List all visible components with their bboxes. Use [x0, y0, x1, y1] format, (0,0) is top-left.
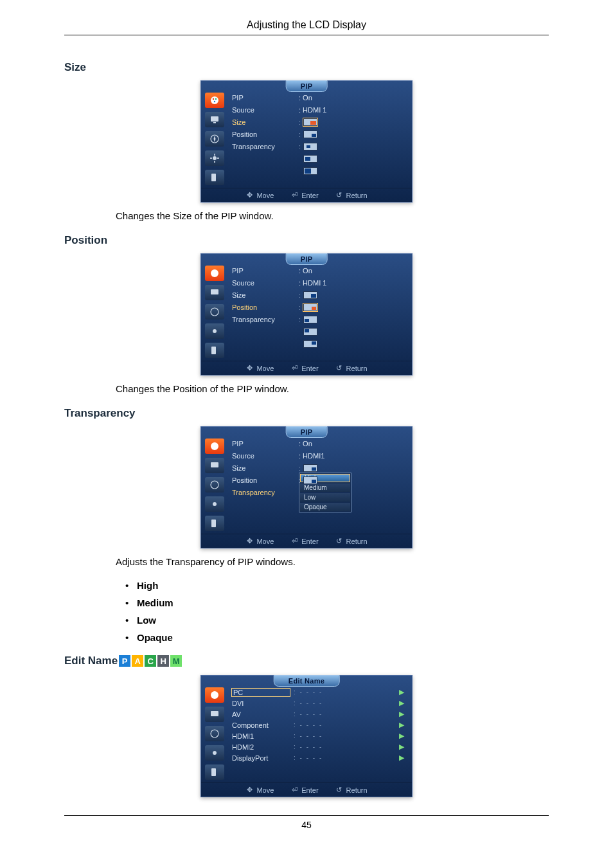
osd-row-value: : HDMI1 — [299, 451, 405, 460]
editname-row: PC: - - - -▶ — [232, 687, 404, 697]
osd-row-label: PIP — [232, 439, 296, 448]
osd-row-label: Position — [232, 129, 296, 139]
badge-h: H — [157, 655, 169, 667]
osd-row-value: : On — [299, 93, 405, 102]
osd-row-label: Size — [232, 117, 296, 127]
side-icon-palette — [205, 93, 224, 108]
pos-swatch-2 — [303, 316, 317, 323]
size-swatch-1 — [303, 118, 317, 126]
editname-row: HDMI1: - - - -▶ — [232, 731, 404, 741]
svg-rect-5 — [213, 122, 216, 123]
chevron-right-icon: ▶ — [399, 721, 404, 729]
pos-swatch-4 — [303, 340, 317, 348]
side-icon-tv — [205, 707, 224, 722]
svg-rect-19 — [211, 462, 218, 467]
page-header: Adjusting the LCD Display — [64, 19, 549, 35]
svg-rect-27 — [211, 768, 216, 776]
pos-swatch-1 — [303, 303, 317, 311]
svg-rect-22 — [211, 520, 216, 527]
osd-foot-move: ✥Move — [245, 192, 274, 199]
osd-position: PIP PIP Source Size Position Transparenc — [200, 253, 413, 375]
osd-title: PIP — [286, 426, 328, 438]
page-number: 45 — [64, 815, 549, 830]
side-icon-compass — [205, 131, 224, 147]
editname-row: AV: - - - -▶ — [232, 709, 404, 719]
side-icon-info — [205, 516, 224, 531]
osd-foot-enter: ⏎Enter — [290, 192, 318, 199]
editname-row: HDMI2: - - - -▶ — [232, 742, 404, 752]
osd-foot-enter: ⏎Enter — [290, 538, 318, 545]
size-body: Changes the Size of the PIP window. — [116, 210, 549, 221]
osd-title: PIP — [286, 80, 328, 92]
position-body: Changes the Position of the PIP window. — [116, 383, 549, 394]
osd-row-label: Size — [232, 463, 296, 473]
section-transparency-heading: Transparency — [64, 407, 549, 420]
size-swatch-2 — [303, 131, 317, 138]
svg-point-1 — [213, 98, 214, 100]
osd-row-label: Transparency — [232, 141, 296, 151]
editname-row: DisplayPort: - - - -▶ — [232, 753, 404, 763]
svg-point-7 — [213, 156, 217, 160]
list-item: •Low — [125, 615, 549, 626]
tray-item: Low — [300, 493, 350, 502]
pos-swatch — [303, 476, 317, 484]
side-icon-tv — [205, 112, 224, 127]
osd-row-value: : On — [299, 439, 405, 448]
size-swatch-4 — [303, 155, 317, 163]
svg-rect-4 — [211, 116, 218, 122]
badge-p: P — [119, 655, 130, 667]
section-position-heading: Position — [64, 234, 549, 247]
list-item: •High — [125, 580, 549, 591]
side-icon-palette — [205, 439, 224, 454]
side-icon-gear — [205, 496, 224, 512]
osd-row-label: Size — [232, 290, 296, 300]
osd-transparency: PIP PIP Source Size Position Transparenc — [200, 426, 413, 548]
size-swatch — [303, 291, 317, 299]
badge-c: C — [145, 655, 156, 667]
size-swatch-5 — [303, 167, 317, 175]
chevron-right-icon: ▶ — [399, 688, 404, 696]
osd-row-label: Source — [232, 278, 296, 287]
badge-a: A — [132, 655, 143, 667]
osd-row-label: Position — [232, 475, 296, 485]
tray-item: Opaque — [300, 503, 350, 511]
osd-foot-move: ✥Move — [245, 538, 274, 545]
svg-rect-24 — [211, 711, 218, 716]
svg-point-23 — [211, 691, 218, 699]
svg-point-3 — [214, 101, 215, 102]
editname-row: DVI: - - - -▶ — [232, 698, 404, 708]
section-size-heading: Size — [64, 61, 549, 74]
chevron-right-icon: ▶ — [399, 732, 404, 740]
svg-point-21 — [213, 502, 217, 506]
side-icon-gear — [205, 323, 224, 339]
osd-size: PIP PIP Source Size Position Transparenc — [200, 80, 413, 203]
side-icon-tv — [205, 285, 224, 300]
side-icon-compass — [205, 477, 224, 493]
svg-point-0 — [211, 96, 218, 104]
svg-point-16 — [213, 329, 217, 333]
side-icon-info — [205, 764, 224, 780]
osd-row-label: Position — [232, 302, 296, 312]
osd-editname: Edit Name PC: - - - -▶ DVI: - - - -▶ AV:… — [200, 675, 413, 797]
svg-point-13 — [211, 269, 218, 277]
osd-title: PIP — [286, 253, 328, 265]
tray-item: Medium — [300, 484, 350, 492]
badge-m: M — [170, 655, 182, 667]
size-swatch — [303, 464, 317, 472]
osd-foot-return: ↺Return — [335, 538, 368, 545]
svg-point-20 — [211, 481, 218, 489]
chevron-right-icon: ▶ — [399, 743, 404, 751]
osd-foot-enter: ⏎Enter — [290, 786, 318, 794]
osd-foot-move: ✥Move — [245, 365, 274, 372]
side-icon-gear — [205, 745, 224, 761]
osd-foot-return: ↺Return — [335, 786, 368, 794]
side-icon-info — [205, 170, 224, 185]
section-editname-heading: Edit Name — [64, 655, 118, 667]
side-icon-palette — [205, 687, 224, 703]
osd-foot-return: ↺Return — [335, 365, 368, 372]
osd-foot-return: ↺Return — [335, 192, 368, 199]
chevron-right-icon: ▶ — [399, 699, 404, 707]
osd-row-label: Source — [232, 451, 296, 460]
osd-row-label: Transparency — [232, 487, 296, 497]
svg-point-18 — [211, 442, 218, 450]
